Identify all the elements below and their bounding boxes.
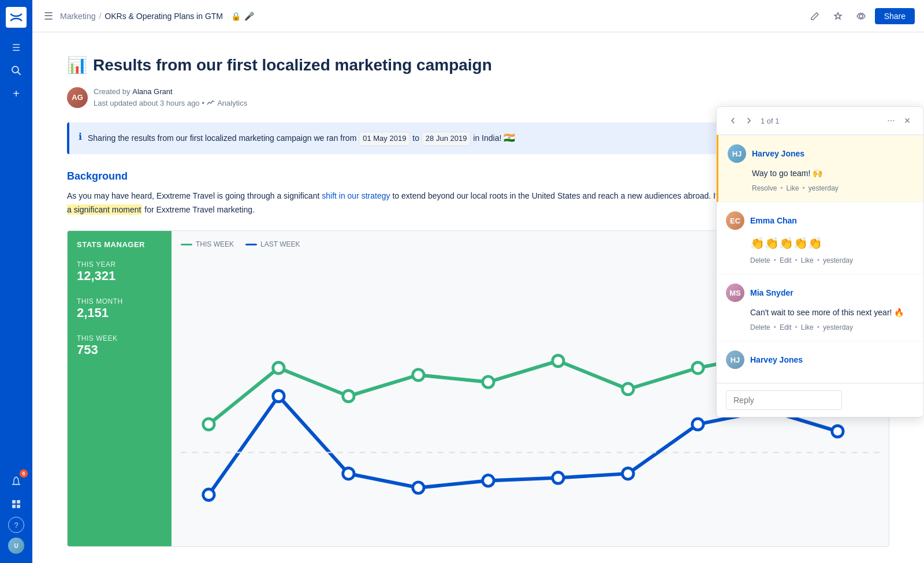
svg-point-14 xyxy=(623,383,634,395)
create-button[interactable]: + xyxy=(6,83,27,104)
breadcrumb-current: OKRs & Operating Plans in GTM xyxy=(105,12,223,21)
author-name[interactable]: Alana Grant xyxy=(132,87,172,96)
microphone-icon[interactable]: 🎤 xyxy=(244,12,254,21)
harvey2-username[interactable]: Harvey Jones xyxy=(750,355,803,364)
stats-label-month: THIS MONTH xyxy=(77,297,162,305)
comment-prev-button[interactable] xyxy=(726,114,740,128)
page-lock-icon[interactable]: 🔒 xyxy=(231,12,241,21)
india-flag: 🇮🇳 xyxy=(504,133,515,143)
stats-row-month: THIS MONTH 2,151 xyxy=(77,297,162,320)
stats-label-year: THIS YEAR xyxy=(77,260,162,269)
svg-point-19 xyxy=(273,391,284,402)
edit-action-3[interactable]: Edit xyxy=(780,323,792,331)
info-text: Sharing the results from our first local… xyxy=(88,131,515,146)
legend-this-week: THIS WEEK xyxy=(181,240,234,248)
stats-value-week: 753 xyxy=(77,342,162,357)
legend-line-blue xyxy=(245,244,257,245)
harvey-avatar[interactable]: HJ xyxy=(728,144,746,163)
stats-label-week: THIS WEEK xyxy=(77,334,162,342)
created-by-label: Created by xyxy=(94,87,131,96)
svg-point-8 xyxy=(203,419,214,430)
like-action-1[interactable]: Like xyxy=(787,184,799,192)
time-2: yesterday xyxy=(823,256,853,264)
comment-more-button[interactable]: ··· xyxy=(884,114,898,128)
meta-separator: • xyxy=(202,98,205,109)
like-action-3[interactable]: Like xyxy=(801,323,814,331)
breadcrumb-icons: 🔒 🎤 xyxy=(231,12,254,21)
topbar: ☰ Marketing / OKRs & Operating Plans in … xyxy=(32,0,924,32)
edit-action-2[interactable]: Edit xyxy=(780,256,792,264)
share-button[interactable]: Share xyxy=(875,8,915,24)
help-button[interactable]: ? xyxy=(8,517,24,533)
breadcrumb: Marketing / OKRs & Operating Plans in GT… xyxy=(60,12,801,21)
confluence-logo[interactable] xyxy=(6,7,27,28)
comment-body-1: Way to go team! 🙌 xyxy=(728,167,914,180)
comment-next-button[interactable] xyxy=(742,114,756,128)
comment-user-2: EC Emma Chan xyxy=(726,211,914,230)
harvey-username[interactable]: Harvey Jones xyxy=(752,149,804,158)
svg-point-24 xyxy=(623,468,634,480)
harvey2-avatar[interactable]: HJ xyxy=(726,351,744,369)
stats-row-week: THIS WEEK 753 xyxy=(77,334,162,357)
author-section: AG Created by Alana Grant Last updated a… xyxy=(67,86,889,109)
watch-icon[interactable] xyxy=(852,7,870,25)
svg-point-12 xyxy=(483,376,494,388)
svg-point-25 xyxy=(692,419,703,430)
stats-row-year: THIS YEAR 12,321 xyxy=(77,260,162,284)
mia-avatar[interactable]: MS xyxy=(726,284,744,302)
emma-username[interactable]: Emma Chan xyxy=(750,216,797,225)
svg-point-7 xyxy=(859,14,863,18)
search-button[interactable] xyxy=(6,60,27,81)
body-text-before: As you may have heard, Exxtreme Travel i… xyxy=(67,191,319,200)
comment-list: HJ Harvey Jones Way to go team! 🙌 Resolv… xyxy=(717,135,923,383)
reply-section xyxy=(717,383,923,417)
comment-body-2: 👏👏👏👏👏 xyxy=(726,234,914,252)
analytics-icon xyxy=(207,99,215,107)
svg-rect-3 xyxy=(12,500,16,504)
comment-body-3: Can't wait to see more of this next year… xyxy=(726,307,914,319)
date-badge-start: 01 May 2019 xyxy=(359,132,410,146)
edit-icon[interactable] xyxy=(806,7,824,25)
comment-actions-2: Delete • Edit • Like • yesterday xyxy=(726,256,914,264)
stats-header: STATS MANAGER xyxy=(77,240,162,249)
comment-item: HJ Harvey Jones Way to go team! 🙌 Resolv… xyxy=(717,135,923,202)
user-avatar[interactable]: U xyxy=(6,535,27,556)
author-avatar[interactable]: AG xyxy=(67,87,88,108)
delete-action-2[interactable]: Delete xyxy=(750,256,770,264)
page-title-icon: 📊 xyxy=(67,55,87,74)
comment-close-button[interactable]: × xyxy=(900,114,914,128)
time-3: yesterday xyxy=(823,323,853,331)
topbar-menu-icon[interactable]: ☰ xyxy=(42,8,55,25)
author-info: Created by Alana Grant Last updated abou… xyxy=(94,86,247,109)
strategy-link[interactable]: shift in our strategy xyxy=(322,191,390,200)
info-text-after: in India! xyxy=(473,133,501,143)
comment-item-2: EC Emma Chan 👏👏👏👏👏 Delete • Edit • Like … xyxy=(717,202,923,274)
resolve-action[interactable]: Resolve xyxy=(752,184,777,192)
svg-point-21 xyxy=(413,482,424,494)
comment-actions-1: Resolve • Like • yesterday xyxy=(728,184,914,192)
breadcrumb-parent[interactable]: Marketing xyxy=(60,12,95,21)
star-icon[interactable] xyxy=(829,7,847,25)
time-1: yesterday xyxy=(808,184,839,192)
legend-line-green xyxy=(181,244,192,245)
notification-count: 6 xyxy=(20,469,28,478)
comment-header: 1 of 1 ··· × xyxy=(717,107,923,135)
comment-counter: 1 of 1 xyxy=(758,117,882,125)
like-action-2[interactable]: Like xyxy=(801,256,814,264)
svg-line-1 xyxy=(18,72,21,75)
apps-button[interactable] xyxy=(6,494,27,514)
svg-point-13 xyxy=(553,356,564,367)
svg-rect-4 xyxy=(17,500,20,504)
delete-action-3[interactable]: Delete xyxy=(750,323,770,331)
analytics-label[interactable]: Analytics xyxy=(217,98,247,109)
comment-user-3: MS Mia Snyder xyxy=(726,284,914,302)
emma-avatar[interactable]: EC xyxy=(726,211,744,230)
notifications-button[interactable]: 6 xyxy=(6,471,27,491)
mia-username[interactable]: Mia Snyder xyxy=(750,288,793,297)
info-text-mid: to xyxy=(412,133,419,143)
menu-button[interactable]: ☰ xyxy=(6,37,27,58)
reply-input[interactable] xyxy=(726,390,842,410)
page-content: 📊 Results from our first localized marke… xyxy=(32,32,924,563)
updated-label: Last updated about 3 hours ago xyxy=(94,98,200,109)
svg-point-11 xyxy=(413,370,424,381)
